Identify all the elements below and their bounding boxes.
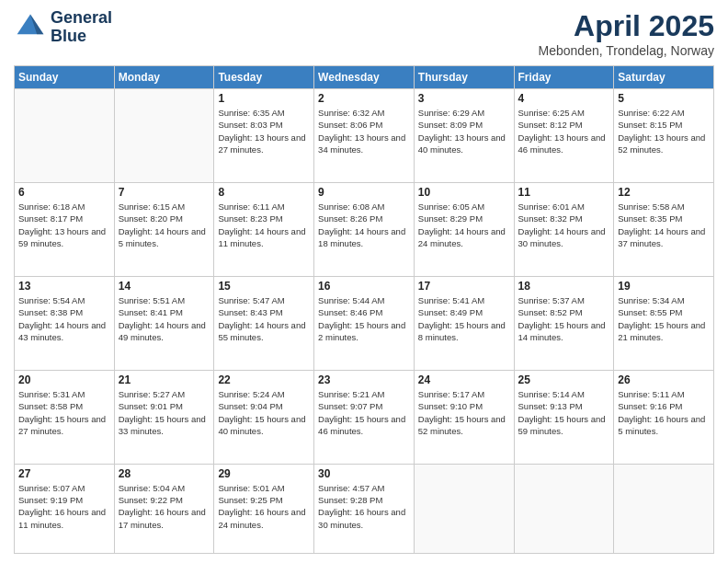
day-number: 7: [119, 186, 210, 199]
day-cell: 21Sunrise: 5:27 AMSunset: 9:01 PMDayligh…: [114, 370, 214, 464]
day-info: Sunrise: 5:47 AMSunset: 8:43 PMDaylight:…: [218, 294, 310, 343]
day-cell: 4Sunrise: 6:25 AMSunset: 8:12 PMDaylight…: [514, 89, 614, 183]
day-cell: 22Sunrise: 5:24 AMSunset: 9:04 PMDayligh…: [214, 370, 314, 464]
day-cell: 3Sunrise: 6:29 AMSunset: 8:09 PMDaylight…: [414, 89, 514, 183]
day-number: 19: [618, 280, 710, 293]
week-row-3: 13Sunrise: 5:54 AMSunset: 8:38 PMDayligh…: [15, 276, 714, 370]
day-info: Sunrise: 6:25 AMSunset: 8:12 PMDaylight:…: [518, 107, 610, 155]
week-row-1: 1Sunrise: 6:35 AMSunset: 8:03 PMDaylight…: [15, 89, 714, 183]
week-row-5: 27Sunrise: 5:07 AMSunset: 9:19 PMDayligh…: [15, 464, 714, 553]
day-number: 2: [318, 92, 410, 105]
day-info: Sunrise: 5:27 AMSunset: 9:01 PMDaylight:…: [119, 388, 210, 437]
calendar-table: SundayMondayTuesdayWednesdayThursdayFrid…: [14, 65, 714, 554]
day-cell: 10Sunrise: 6:05 AMSunset: 8:29 PMDayligh…: [414, 182, 514, 276]
day-cell: 26Sunrise: 5:11 AMSunset: 9:16 PMDayligh…: [614, 370, 714, 464]
day-info: Sunrise: 5:44 AMSunset: 8:46 PMDaylight:…: [318, 294, 410, 343]
day-info: Sunrise: 5:54 AMSunset: 8:38 PMDaylight:…: [18, 294, 110, 343]
day-cell: 12Sunrise: 5:58 AMSunset: 8:35 PMDayligh…: [614, 182, 714, 276]
day-info: Sunrise: 6:18 AMSunset: 8:17 PMDaylight:…: [18, 201, 110, 249]
day-info: Sunrise: 6:11 AMSunset: 8:23 PMDaylight:…: [218, 201, 310, 249]
day-cell: 6Sunrise: 6:18 AMSunset: 8:17 PMDaylight…: [15, 182, 115, 276]
day-info: Sunrise: 5:51 AMSunset: 8:41 PMDaylight:…: [119, 294, 210, 343]
day-number: 15: [218, 280, 310, 293]
day-info: Sunrise: 5:01 AMSunset: 9:25 PMDaylight:…: [218, 482, 310, 531]
day-cell: 15Sunrise: 5:47 AMSunset: 8:43 PMDayligh…: [214, 276, 314, 370]
day-info: Sunrise: 5:41 AMSunset: 8:49 PMDaylight:…: [418, 294, 510, 343]
subtitle: Mebonden, Trondelag, Norway: [539, 43, 714, 58]
day-number: 11: [518, 186, 610, 199]
day-cell: 8Sunrise: 6:11 AMSunset: 8:23 PMDaylight…: [214, 182, 314, 276]
col-header-tuesday: Tuesday: [214, 66, 314, 89]
week-row-2: 6Sunrise: 6:18 AMSunset: 8:17 PMDaylight…: [15, 182, 714, 276]
title-block: April 2025 Mebonden, Trondelag, Norway: [539, 9, 714, 58]
day-info: Sunrise: 6:32 AMSunset: 8:06 PMDaylight:…: [318, 107, 410, 155]
day-number: 30: [318, 467, 410, 480]
day-cell: 29Sunrise: 5:01 AMSunset: 9:25 PMDayligh…: [214, 464, 314, 553]
logo: General Blue: [14, 9, 112, 46]
day-info: Sunrise: 6:08 AMSunset: 8:26 PMDaylight:…: [318, 201, 410, 249]
day-number: 23: [318, 373, 410, 386]
day-number: 21: [119, 373, 210, 386]
col-header-thursday: Thursday: [414, 66, 514, 89]
day-cell: 23Sunrise: 5:21 AMSunset: 9:07 PMDayligh…: [314, 370, 415, 464]
day-cell: 30Sunrise: 4:57 AMSunset: 9:28 PMDayligh…: [314, 464, 415, 553]
day-number: 1: [218, 92, 310, 105]
day-cell: [114, 89, 214, 183]
day-number: 29: [218, 467, 310, 480]
day-info: Sunrise: 6:05 AMSunset: 8:29 PMDaylight:…: [418, 201, 510, 249]
col-header-sunday: Sunday: [15, 66, 115, 89]
day-number: 20: [18, 373, 110, 386]
day-cell: 14Sunrise: 5:51 AMSunset: 8:41 PMDayligh…: [114, 276, 214, 370]
day-cell: 9Sunrise: 6:08 AMSunset: 8:26 PMDaylight…: [314, 182, 415, 276]
day-info: Sunrise: 5:58 AMSunset: 8:35 PMDaylight:…: [618, 201, 710, 249]
day-cell: [15, 89, 115, 183]
header: General Blue April 2025 Mebonden, Tronde…: [14, 9, 714, 58]
day-info: Sunrise: 5:14 AMSunset: 9:13 PMDaylight:…: [518, 388, 610, 437]
day-number: 5: [618, 92, 710, 105]
day-info: Sunrise: 6:29 AMSunset: 8:09 PMDaylight:…: [418, 107, 510, 155]
day-cell: 11Sunrise: 6:01 AMSunset: 8:32 PMDayligh…: [514, 182, 614, 276]
day-info: Sunrise: 6:15 AMSunset: 8:20 PMDaylight:…: [119, 201, 210, 249]
day-info: Sunrise: 6:35 AMSunset: 8:03 PMDaylight:…: [218, 107, 310, 155]
day-cell: 7Sunrise: 6:15 AMSunset: 8:20 PMDaylight…: [114, 182, 214, 276]
day-number: 26: [618, 373, 710, 386]
col-header-monday: Monday: [114, 66, 214, 89]
day-number: 28: [119, 467, 210, 480]
day-info: Sunrise: 5:31 AMSunset: 8:58 PMDaylight:…: [18, 388, 110, 437]
day-cell: [414, 464, 514, 553]
day-number: 22: [218, 373, 310, 386]
day-number: 14: [119, 280, 210, 293]
col-header-friday: Friday: [514, 66, 614, 89]
day-cell: 1Sunrise: 6:35 AMSunset: 8:03 PMDaylight…: [214, 89, 314, 183]
day-number: 16: [318, 280, 410, 293]
day-info: Sunrise: 5:37 AMSunset: 8:52 PMDaylight:…: [518, 294, 610, 343]
day-cell: 19Sunrise: 5:34 AMSunset: 8:55 PMDayligh…: [614, 276, 714, 370]
day-number: 18: [518, 280, 610, 293]
week-row-4: 20Sunrise: 5:31 AMSunset: 8:58 PMDayligh…: [15, 370, 714, 464]
day-cell: 25Sunrise: 5:14 AMSunset: 9:13 PMDayligh…: [514, 370, 614, 464]
day-number: 27: [18, 467, 110, 480]
day-number: 10: [418, 186, 510, 199]
day-number: 3: [418, 92, 510, 105]
day-info: Sunrise: 5:34 AMSunset: 8:55 PMDaylight:…: [618, 294, 710, 343]
day-info: Sunrise: 4:57 AMSunset: 9:28 PMDaylight:…: [318, 482, 410, 531]
day-info: Sunrise: 5:21 AMSunset: 9:07 PMDaylight:…: [318, 388, 410, 437]
col-header-wednesday: Wednesday: [314, 66, 415, 89]
day-cell: 2Sunrise: 6:32 AMSunset: 8:06 PMDaylight…: [314, 89, 415, 183]
day-cell: 20Sunrise: 5:31 AMSunset: 8:58 PMDayligh…: [15, 370, 115, 464]
day-info: Sunrise: 5:17 AMSunset: 9:10 PMDaylight:…: [418, 388, 510, 437]
day-number: 6: [18, 186, 110, 199]
day-info: Sunrise: 6:01 AMSunset: 8:32 PMDaylight:…: [518, 201, 610, 249]
day-info: Sunrise: 5:07 AMSunset: 9:19 PMDaylight:…: [18, 482, 110, 531]
day-number: 13: [18, 280, 110, 293]
logo-text: General Blue: [51, 9, 112, 46]
main-title: April 2025: [539, 9, 714, 43]
day-cell: [614, 464, 714, 553]
day-info: Sunrise: 5:24 AMSunset: 9:04 PMDaylight:…: [218, 388, 310, 437]
day-info: Sunrise: 5:04 AMSunset: 9:22 PMDaylight:…: [119, 482, 210, 531]
header-row: SundayMondayTuesdayWednesdayThursdayFrid…: [15, 66, 714, 89]
day-cell: 18Sunrise: 5:37 AMSunset: 8:52 PMDayligh…: [514, 276, 614, 370]
day-cell: 13Sunrise: 5:54 AMSunset: 8:38 PMDayligh…: [15, 276, 115, 370]
day-number: 8: [218, 186, 310, 199]
day-cell: 16Sunrise: 5:44 AMSunset: 8:46 PMDayligh…: [314, 276, 415, 370]
